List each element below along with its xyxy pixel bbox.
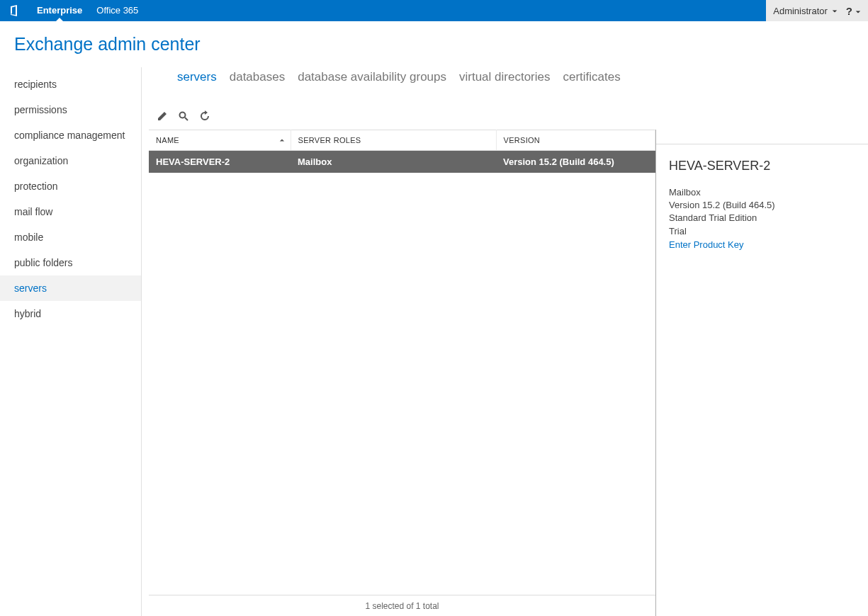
sidebar-item-organization[interactable]: organization bbox=[0, 148, 141, 173]
sidebar-item-public-folders[interactable]: public folders bbox=[0, 250, 141, 275]
cell-name: HEVA-SERVER-2 bbox=[149, 151, 291, 173]
col-name-label: NAME bbox=[156, 136, 179, 144]
user-menu[interactable]: Administrator bbox=[773, 6, 838, 16]
server-grid: NAME SERVER ROLES VERSION bbox=[149, 130, 655, 616]
cell-version: Version 15.2 (Build 464.5) bbox=[496, 151, 655, 173]
sidebar-item-protection[interactable]: protection bbox=[0, 173, 141, 199]
details-title: HEVA-SERVER-2 bbox=[669, 159, 861, 173]
refresh-icon bbox=[199, 110, 210, 125]
help-menu[interactable]: ? bbox=[846, 5, 861, 17]
user-label: Administrator bbox=[773, 6, 828, 16]
col-name[interactable]: NAME bbox=[149, 130, 291, 151]
content: recipients permissions compliance manage… bbox=[0, 67, 868, 616]
refresh-button[interactable] bbox=[198, 111, 211, 124]
help-icon: ? bbox=[846, 5, 852, 17]
details-pane: HEVA-SERVER-2 Mailbox Version 15.2 (Buil… bbox=[655, 130, 868, 616]
sidebar-item-servers[interactable]: servers bbox=[0, 275, 141, 301]
col-version[interactable]: VERSION bbox=[496, 130, 655, 151]
search-button[interactable] bbox=[177, 111, 190, 124]
tab-certificates[interactable]: certificates bbox=[563, 70, 621, 84]
table-row[interactable]: HEVA-SERVER-2 Mailbox Version 15.2 (Buil… bbox=[149, 151, 655, 173]
caret-down-icon bbox=[855, 5, 861, 17]
grid-footer: 1 selected of 1 total bbox=[149, 595, 655, 616]
col-server-roles[interactable]: SERVER ROLES bbox=[291, 130, 496, 151]
top-nav: Enterprise Office 365 bbox=[30, 0, 145, 21]
tab-servers[interactable]: servers bbox=[177, 70, 217, 84]
edit-button[interactable] bbox=[156, 111, 169, 124]
pencil-icon bbox=[157, 110, 168, 125]
svg-line-1 bbox=[185, 118, 188, 120]
top-right: Administrator ? bbox=[766, 0, 868, 21]
table-header-row: NAME SERVER ROLES VERSION bbox=[149, 130, 655, 151]
top-tab-office365[interactable]: Office 365 bbox=[89, 0, 145, 21]
main: servers databases database availability … bbox=[142, 67, 868, 616]
sidebar-item-mobile[interactable]: mobile bbox=[0, 224, 141, 250]
office-logo-icon bbox=[4, 0, 24, 21]
details-line-role: Mailbox bbox=[669, 186, 861, 199]
svg-point-0 bbox=[180, 113, 186, 118]
top-tab-enterprise[interactable]: Enterprise bbox=[30, 0, 89, 21]
tab-virtual-directories[interactable]: virtual directories bbox=[459, 70, 551, 84]
details-line-version: Version 15.2 (Build 464.5) bbox=[669, 199, 861, 212]
enter-product-key-link[interactable]: Enter Product Key bbox=[669, 239, 744, 250]
tab-dag[interactable]: database availability groups bbox=[298, 70, 446, 84]
sidebar-item-compliance-management[interactable]: compliance management bbox=[0, 122, 141, 148]
cell-roles: Mailbox bbox=[291, 151, 496, 173]
page-title: Exchange admin center bbox=[0, 21, 868, 67]
sidebar-item-hybrid[interactable]: hybrid bbox=[0, 301, 141, 326]
sort-asc-icon bbox=[279, 136, 285, 144]
toolbar bbox=[149, 97, 868, 130]
caret-down-icon bbox=[832, 6, 838, 16]
grid-wrap: NAME SERVER ROLES VERSION bbox=[149, 130, 868, 616]
content-tabs: servers databases database availability … bbox=[149, 67, 868, 97]
sidebar-item-recipients[interactable]: recipients bbox=[0, 72, 141, 97]
details-line-edition: Standard Trial Edition bbox=[669, 212, 861, 224]
sidebar: recipients permissions compliance manage… bbox=[0, 67, 142, 616]
sidebar-item-permissions[interactable]: permissions bbox=[0, 97, 141, 122]
tab-databases[interactable]: databases bbox=[230, 70, 285, 84]
top-bar: Enterprise Office 365 Administrator ? bbox=[0, 0, 868, 21]
details-divider bbox=[656, 144, 868, 144]
details-line-license: Trial bbox=[669, 225, 861, 238]
sidebar-item-mail-flow[interactable]: mail flow bbox=[0, 199, 141, 224]
search-icon bbox=[178, 110, 189, 125]
